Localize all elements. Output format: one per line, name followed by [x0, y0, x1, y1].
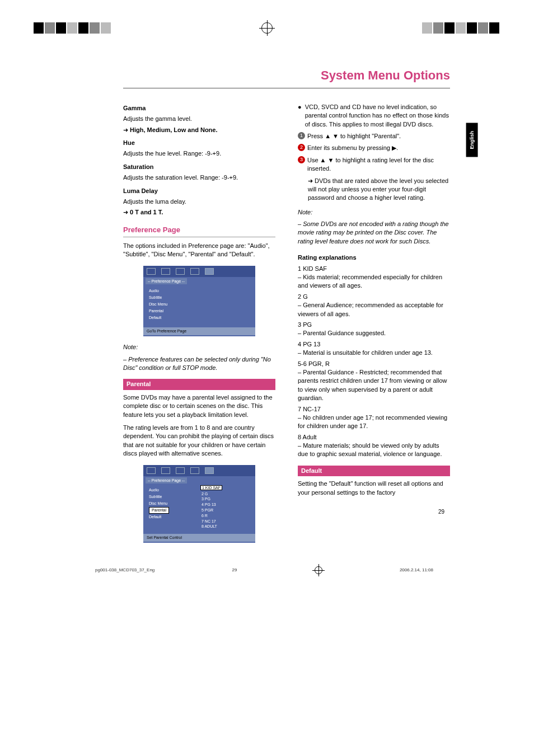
preference-page-heading: Preference Page [123, 225, 275, 237]
tab-icon [147, 268, 156, 275]
menu-footer: Set Parental Control [143, 534, 255, 542]
luma-options: ➜ 0 T and 1 T. [123, 208, 275, 217]
menu-subtitle: -- Preference Page -- [146, 477, 187, 484]
saturation-desc: Adjusts the saturation level. Range: -9-… [123, 173, 275, 182]
rating-option: 5 PGR [200, 508, 255, 513]
tab-icon [190, 268, 199, 275]
saturation-heading: Saturation [123, 163, 275, 171]
menu-footer: GoTo Preference Page [143, 327, 255, 335]
menu-item: Disc Menu [149, 301, 250, 308]
rating-option: 8 ADULT [200, 524, 255, 529]
parental-heading: Parental [123, 379, 275, 389]
page-title: System Menu Options [123, 67, 450, 88]
menu-item-selected: Parental [149, 507, 169, 514]
tab-icon [161, 268, 170, 275]
hue-desc: Adjusts the hue level. Range: -9-+9. [123, 149, 275, 158]
left-column: Gamma Adjusts the gamma level. ➜ High, M… [123, 100, 275, 550]
hue-heading: Hue [123, 139, 275, 147]
language-tab: English [466, 123, 478, 157]
rating-option: 2 G [200, 491, 255, 497]
luma-desc: Adjusts the luma delay. [123, 198, 275, 206]
rating-option: 4 PG 13 [200, 502, 255, 508]
menu-screenshot-parental: -- Preference Page -- Audio Subtitle Dis… [143, 465, 255, 543]
rating-option: 6 R [200, 513, 255, 519]
step-number-icon: 3 [298, 156, 305, 163]
menu-list: Audio Subtitle Disc Menu Parental Defaul… [143, 285, 255, 323]
tab-icon [161, 467, 170, 474]
reg-center-icon [315, 566, 322, 574]
step-3: 3 Use ▲ ▼ to highlight a rating level fo… [298, 156, 450, 173]
menu-item: Audio [149, 288, 250, 294]
note-text: – Preference features can be selected on… [123, 355, 275, 373]
registration-marks-top [0, 22, 534, 34]
rating-3: 3 PG – Parental Guidance suggested. [298, 321, 450, 338]
menu-item: Default [149, 314, 250, 321]
step-number-icon: 1 [298, 132, 305, 139]
rating-option: 3 PG [200, 496, 255, 502]
right-column: ● VCD, SVCD and CD have no level indicat… [298, 100, 450, 550]
info-bullet: ● VCD, SVCD and CD have no level indicat… [298, 103, 450, 129]
tab-icon [190, 467, 199, 474]
tab-icon [176, 467, 185, 474]
menu-item: Parental [149, 308, 250, 314]
menu-screenshot-preference: -- Preference Page -- Audio Subtitle Dis… [143, 266, 255, 337]
footer-page: 29 [232, 567, 237, 573]
step-number-icon: 2 [298, 144, 305, 151]
menu-item: Audio [149, 487, 193, 494]
rating-5: 5-6 PGR, R – Parental Guidance - Restric… [298, 360, 450, 403]
rating-7: 8 Adult – Mature materials; should be vi… [298, 433, 450, 459]
menu-subtitle: -- Preference Page -- [146, 278, 187, 285]
rating-4: 4 PG 13 – Material is unsuitable for chi… [298, 340, 450, 358]
gamma-options: ➜ High, Medium, Low and None. [123, 126, 275, 134]
rating-option-selected: 1 KID SAF [200, 485, 222, 490]
default-heading: Default [298, 466, 450, 476]
rating-option: 7 NC 17 [200, 519, 255, 524]
gamma-heading: Gamma [123, 104, 275, 112]
note-label: Note: [298, 208, 450, 217]
note-text: – Some DVDs are not encoded with a ratin… [298, 220, 450, 246]
reg-block-left [34, 22, 112, 34]
menu-list-right: 1 KID SAF 2 G 3 PG 4 PG 13 5 PGR 6 R 7 N… [198, 485, 255, 529]
rating-2: 2 G – General Audience; recommended as a… [298, 293, 450, 318]
menu-item: Subtitle [149, 294, 250, 301]
luma-heading: Luma Delay [123, 187, 275, 195]
menu-list-left: Audio Subtitle Disc Menu Parental Defaul… [143, 485, 198, 522]
menu-item: Subtitle [149, 494, 193, 500]
step-2: 2 Enter its submenu by pressing ▶. [298, 144, 450, 152]
rating-6: 7 NC-17 – No children under age 17; not … [298, 405, 450, 431]
parental-p1: Some DVDs may have a parental level assi… [123, 393, 275, 419]
reg-block-right [422, 22, 500, 34]
menu-tabs [143, 266, 255, 277]
footer-date: 2006.2.14, 11:08 [400, 567, 433, 573]
step-3-sub: ➜ DVDs that are rated above the level yo… [308, 177, 450, 203]
page-number: 29 [298, 508, 450, 516]
step-1: 1 Press ▲ ▼ to highlight "Parental". [298, 132, 450, 140]
rating-1: 1 KID SAF – Kids material; recommended e… [298, 265, 450, 290]
footer-file: pg001-038_MCD703_37_Eng [95, 567, 154, 573]
note-label: Note: [123, 343, 275, 351]
footer-metadata: pg001-038_MCD703_37_Eng 29 2006.2.14, 11… [0, 566, 534, 574]
gamma-desc: Adjusts the gamma level. [123, 115, 275, 123]
tab-icon [176, 268, 185, 275]
menu-item: Default [149, 514, 193, 520]
ratings-heading: Rating explanations [298, 253, 450, 262]
preference-page-desc: The options included in Preference page … [123, 242, 275, 259]
page-content: Gamma Adjusts the gamma level. ➜ High, M… [0, 100, 534, 550]
tab-icon [147, 467, 156, 474]
menu-tabs [143, 465, 255, 476]
tab-icon-active [205, 268, 214, 275]
parental-p2: The rating levels are from 1 to 8 and ar… [123, 424, 275, 458]
tab-icon-active [205, 467, 214, 474]
reg-center-icon [261, 22, 273, 34]
menu-item: Disc Menu [149, 500, 193, 507]
default-text: Setting the "Default" function will rese… [298, 480, 450, 497]
